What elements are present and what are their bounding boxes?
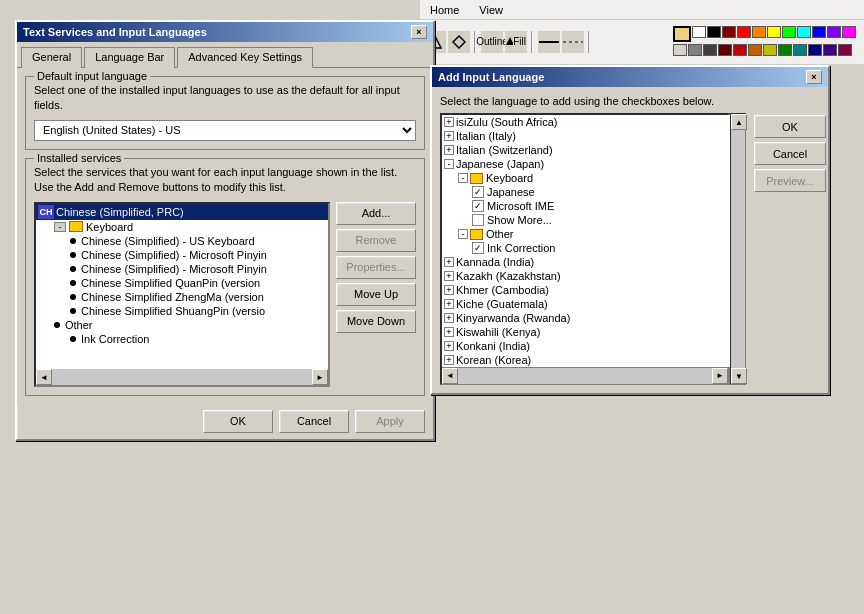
tab-advanced-key-settings[interactable]: Advanced Key Settings [177, 47, 313, 68]
swatch-indigo[interactable] [823, 44, 837, 56]
expander-khmer[interactable]: + [444, 285, 454, 295]
swatch-lime[interactable] [782, 26, 796, 38]
line-tool-2[interactable] [562, 31, 584, 53]
close-button-add[interactable]: × [806, 70, 822, 84]
list-item[interactable]: Japanese [442, 185, 732, 199]
swatch-navy[interactable] [808, 44, 822, 56]
add-button[interactable]: Add... [336, 202, 416, 225]
list-item[interactable]: Microsoft IME [442, 199, 732, 213]
list-item[interactable]: Chinese (Simplified) - US Keyboard [36, 234, 328, 248]
list-item[interactable]: - Japanese (Japan) [442, 157, 732, 171]
scroll-right-btn-add[interactable]: ► [712, 368, 728, 384]
list-item[interactable]: - Other [442, 227, 732, 241]
list-item[interactable]: + Konkani (India) [442, 339, 732, 353]
fill-tool[interactable]: Fill [505, 31, 527, 53]
line-tool-1[interactable] [538, 31, 560, 53]
list-item[interactable]: Chinese Simplified ZhengMa (version [36, 290, 328, 304]
list-item[interactable]: + Khmer (Cambodia) [442, 283, 732, 297]
list-item[interactable]: Ink Correction [36, 332, 328, 346]
swatch-purple[interactable] [827, 26, 841, 38]
swatch-cyan[interactable] [797, 26, 811, 38]
ok-button-main[interactable]: OK [203, 410, 273, 433]
list-item[interactable]: Chinese Simplified ShuangPin (versio [36, 304, 328, 318]
scroll-left-btn-add[interactable]: ◄ [442, 368, 458, 384]
default-language-select[interactable]: English (United States) - US [34, 120, 416, 141]
list-item[interactable]: + Kannada (India) [442, 255, 732, 269]
services-list-box[interactable]: CH Chinese (Simplified, PRC) - Keyboard [36, 204, 328, 369]
list-item[interactable]: + Kiche (Guatemala) [442, 297, 732, 311]
list-item[interactable]: - Keyboard [442, 171, 732, 185]
checkbox-microsoft-ime[interactable] [472, 200, 484, 212]
swatch-red[interactable] [737, 26, 751, 38]
list-item[interactable]: + Korean (Korea) [442, 353, 732, 367]
swatch-gold[interactable] [673, 26, 691, 42]
list-item[interactable]: Chinese Simplified QuanPin (version [36, 276, 328, 290]
swatch-dark-green[interactable] [778, 44, 792, 56]
swatch-pink[interactable] [842, 26, 856, 38]
menu-view[interactable]: View [473, 2, 509, 18]
expander-italian-swiss[interactable]: + [444, 145, 454, 155]
swatch-gray[interactable] [673, 44, 687, 56]
apply-button-main[interactable]: Apply [355, 410, 425, 433]
swatch-yellow[interactable] [767, 26, 781, 38]
list-item[interactable]: + Kiswahili (Kenya) [442, 325, 732, 339]
h-scrollbar[interactable]: ◄ ► [36, 369, 328, 385]
h-scrollbar-add[interactable]: ◄ ► [442, 367, 728, 383]
scroll-down-btn-add[interactable]: ▼ [731, 368, 747, 384]
ok-button-add[interactable]: OK [754, 115, 826, 138]
checkbox-ink-correction[interactable] [472, 242, 484, 254]
expander-korean[interactable]: + [444, 355, 454, 365]
close-button-main[interactable]: × [411, 25, 427, 39]
swatch-white[interactable] [692, 26, 706, 38]
list-item[interactable]: + isiZulu (South Africa) [442, 115, 732, 129]
swatch-black[interactable] [707, 26, 721, 38]
list-item[interactable]: + Italian (Italy) [442, 129, 732, 143]
list-item[interactable]: Other [36, 318, 328, 332]
outline-tool[interactable]: Outline [481, 31, 503, 53]
list-item[interactable]: Chinese (Simplified) - Microsoft Pinyin [36, 248, 328, 262]
swatch-darkred[interactable] [722, 26, 736, 38]
expander-kannada[interactable]: + [444, 257, 454, 267]
list-item[interactable]: + Italian (Switzerland) [442, 143, 732, 157]
expander-japanese[interactable]: - [444, 159, 454, 169]
list-item[interactable]: Ink Correction [442, 241, 732, 255]
tab-general[interactable]: General [21, 47, 82, 68]
expander-isizulu[interactable]: + [444, 117, 454, 127]
swatch-orange[interactable] [752, 26, 766, 38]
move-up-button[interactable]: Move Up [336, 283, 416, 306]
swatch-brown[interactable] [748, 44, 762, 56]
list-item[interactable]: + Kazakh (Kazakhstan) [442, 269, 732, 283]
move-down-button[interactable]: Move Down [336, 310, 416, 333]
swatch-medium-red[interactable] [733, 44, 747, 56]
expander-kazakh[interactable]: + [444, 271, 454, 281]
preview-button-add[interactable]: Preview... [754, 169, 826, 192]
checkbox-japanese[interactable] [472, 186, 484, 198]
expander-kiche[interactable]: + [444, 299, 454, 309]
scroll-up-btn-add[interactable]: ▲ [731, 114, 747, 130]
swatch-mid-gray[interactable] [688, 44, 702, 56]
expander-italian-italy[interactable]: + [444, 131, 454, 141]
menu-home[interactable]: Home [424, 2, 465, 18]
tab-language-bar[interactable]: Language Bar [84, 47, 175, 68]
cancel-button-main[interactable]: Cancel [279, 410, 349, 433]
list-item[interactable]: Chinese (Simplified) - Microsoft Pinyin [36, 262, 328, 276]
remove-button[interactable]: Remove [336, 229, 416, 252]
expander-kinyarwanda[interactable]: + [444, 313, 454, 323]
swatch-dark-gray[interactable] [703, 44, 717, 56]
list-item[interactable]: + Kinyarwanda (Rwanda) [442, 311, 732, 325]
expander-konkani[interactable]: + [444, 341, 454, 351]
list-item[interactable]: - Keyboard [36, 220, 328, 234]
list-item[interactable]: CH Chinese (Simplified, PRC) [36, 204, 328, 220]
scroll-left-btn[interactable]: ◄ [36, 369, 52, 385]
swatch-maroon[interactable] [838, 44, 852, 56]
swatch-teal[interactable] [793, 44, 807, 56]
swatch-blue[interactable] [812, 26, 826, 38]
expander-kiswahili[interactable]: + [444, 327, 454, 337]
properties-button[interactable]: Properties... [336, 256, 416, 279]
expander-other[interactable]: - [458, 229, 468, 239]
diamond-tool[interactable] [448, 31, 470, 53]
swatch-deep-red[interactable] [718, 44, 732, 56]
checkbox-show-more[interactable] [472, 214, 484, 226]
list-item[interactable]: Show More... [442, 213, 732, 227]
add-tree-list[interactable]: + isiZulu (South Africa) + Italian (Ital… [442, 115, 732, 367]
